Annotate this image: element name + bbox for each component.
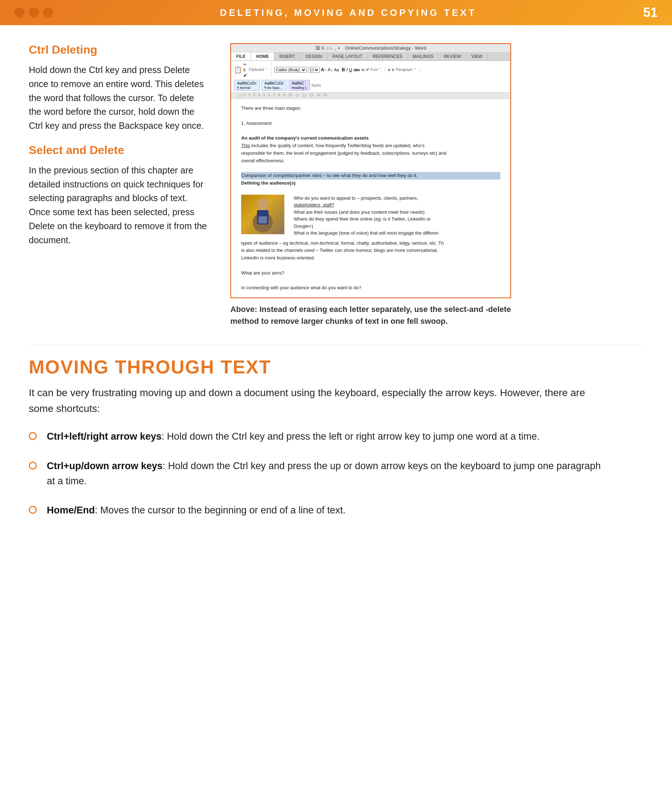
doc-audience-text: Who do you want to appeal to – prospects…: [294, 195, 438, 237]
svg-rect-3: [258, 216, 267, 223]
tab-design[interactable]: DESIGN: [301, 53, 328, 60]
bullet-item-2: Ctrl+up/down arrow keys: Hold down the C…: [29, 459, 643, 489]
word-document-body: There are three main stages: 1. Assessme…: [231, 99, 511, 297]
font-size-select[interactable]: 11: [308, 67, 319, 73]
moving-heading: MOVING THROUGH TEXT: [29, 356, 643, 378]
moving-intro: It can be very frustrating moving up and…: [29, 385, 605, 416]
doc-line-7: types of audience – eg technical, non-te…: [241, 240, 500, 262]
clipboard-label: Clipboard ⌃: [249, 68, 268, 71]
italic-button[interactable]: I: [346, 67, 347, 72]
word-ribbon-tabs: FILE HOME INSERT DESIGN PAGE LAYOUT REFE…: [231, 53, 511, 61]
tab-file[interactable]: FILE: [231, 53, 251, 60]
strikethrough-icon[interactable]: abc: [353, 68, 360, 72]
styles-group: AaBbCcDc¶ Normal AaBbCcDc¶ No Spac... Aa…: [234, 80, 324, 91]
ctrl-deleting-heading: Ctrl Deleting: [29, 43, 209, 56]
bullet-desc-3: : Moves the cursor to the beginning or e…: [95, 505, 346, 516]
bullet-icon-2: [29, 462, 37, 470]
decorative-circles: [14, 8, 53, 18]
chapter-title: DELETING, MOVING AND COPYING TEXT: [220, 7, 477, 18]
select-delete-body: In the previous section of this chapter …: [29, 163, 209, 247]
doc-bold-audience: Defining the audience(s): [241, 179, 500, 187]
subscript-icon[interactable]: x₂: [361, 68, 364, 71]
doc-line-2: [241, 112, 500, 120]
bullet-text-3: Home/End: Moves the cursor to the beginn…: [47, 503, 346, 518]
doc-image-text-block: Who do you want to appeal to – prospects…: [241, 195, 500, 237]
doc-line-4: [241, 127, 500, 134]
doc-line-6: [241, 187, 500, 195]
svg-point-0: [257, 199, 268, 210]
superscript-icon[interactable]: x²: [366, 68, 369, 71]
style-heading1[interactable]: AaBbCHeading 1: [289, 80, 310, 91]
moving-through-text-section: MOVING THROUGH TEXT It can be very frust…: [29, 345, 643, 518]
tab-review[interactable]: REVIEW: [439, 53, 466, 60]
doc-line-8: [241, 262, 500, 269]
bullet-desc-1: : Hold down the Ctrl key and press the l…: [161, 431, 539, 442]
styles-label: Styles: [311, 83, 321, 88]
doc-bold-heading: An audit of the company's current commun…: [241, 134, 500, 164]
doc-connecting: In connecting with your audience what do…: [241, 284, 500, 292]
ctrl-deleting-body: Hold down the Ctrl key and press Delete …: [29, 63, 209, 133]
doc-line-1: There are three main stages:: [241, 105, 500, 112]
bullet-icon-3: [29, 506, 37, 514]
tab-references[interactable]: REFERENCES: [368, 53, 408, 60]
main-content: Ctrl Deleting Hold down the Ctrl key and…: [0, 25, 672, 554]
word-ruler: ⬜ | 1 · 2 · 3 · 4 · 5 · 6 · 7 · 8 · 9 · …: [231, 93, 511, 99]
bold-button[interactable]: B: [342, 67, 345, 72]
doc-aims: What are your aims?: [241, 269, 500, 277]
tab-mailings[interactable]: MAILINGS: [408, 53, 439, 60]
word-screenshot: 🖫 ⎘ ↺ ↻ ⌄ ▪ OnlineCommunicationsStrategy…: [230, 43, 511, 298]
select-delete-heading: Select and Delete: [29, 144, 209, 157]
person-image: [241, 195, 284, 234]
shrink-font-icon[interactable]: A↓: [328, 67, 333, 72]
font-group: Calibri (Body) 11 A↑ A↓ Aa B I U abc x: [274, 67, 385, 73]
style-nospace[interactable]: AaBbCcDc¶ No Spac...: [261, 80, 287, 91]
key-term-1: Ctrl+left/right arrow keys: [47, 431, 161, 442]
quick-access-icons: 🖫 ⎘ ↺ ↻ ⌄ ▪: [315, 45, 340, 51]
style-normal[interactable]: AaBbCcDc¶ Normal: [234, 80, 260, 91]
key-term-2: Ctrl+up/down arrow keys: [47, 460, 163, 471]
grow-font-icon[interactable]: A↑: [321, 67, 326, 72]
bullet-item-1: Ctrl+left/right arrow keys: Hold down th…: [29, 429, 643, 444]
copy-icon[interactable]: ⎘: [243, 68, 247, 72]
tab-insert[interactable]: INSERT: [274, 53, 301, 60]
page-number: 51: [643, 5, 658, 20]
circle-1: [14, 8, 25, 18]
right-screenshot-col: 🖫 ⎘ ↺ ↻ ⌄ ▪ OnlineCommunicationsStrategy…: [230, 43, 643, 327]
circle-3: [43, 8, 53, 18]
aa-icon[interactable]: Aa: [334, 68, 339, 72]
paragraph-group: ≡ ≡ Paragraph ⌃: [388, 67, 420, 72]
section-divider: [29, 345, 643, 345]
tab-pagelayout[interactable]: PAGE LAYOUT: [328, 53, 368, 60]
screenshot-caption: Above: Instead of erasing each letter se…: [230, 303, 511, 327]
caption-label: Above:: [230, 305, 257, 314]
tab-view[interactable]: VIEW: [466, 53, 488, 60]
cut-icon[interactable]: ✂: [243, 62, 247, 67]
clipboard-group: 📋 ✂ ⎘ 🖌 Clipboard ⌃: [234, 62, 271, 77]
top-bar: DELETING, MOVING AND COPYING TEXT 51: [0, 0, 672, 25]
doc-line-5: [241, 164, 500, 172]
key-term-3: Home/End: [47, 505, 95, 516]
doc-line-9: [241, 277, 500, 285]
circle-2: [29, 8, 39, 18]
font-name-select[interactable]: Calibri (Body): [274, 67, 307, 73]
bullet-text-1: Ctrl+left/right arrow keys: Hold down th…: [47, 429, 539, 444]
word-doc-title: OnlineCommunicationsStrategy - Word: [345, 45, 426, 51]
bullet-item-3: Home/End: Moves the cursor to the beginn…: [29, 503, 643, 518]
left-text-col: Ctrl Deleting Hold down the Ctrl key and…: [29, 43, 209, 327]
tab-home[interactable]: HOME: [251, 53, 274, 60]
align-left-icon[interactable]: ≡: [388, 67, 390, 72]
word-toolbar: 📋 ✂ ⎘ 🖌 Clipboard ⌃ Calibri (Body): [231, 61, 511, 93]
align-center-icon[interactable]: ≡: [392, 67, 394, 72]
word-titlebar: 🖫 ⎘ ↺ ↻ ⌄ ▪ OnlineCommunicationsStrategy…: [231, 44, 511, 53]
doc-line-3: 1. Assessment: [241, 120, 500, 127]
underline-button[interactable]: U: [349, 67, 353, 72]
doc-highlighted-line: Comparison of competitor/partner sites –…: [241, 172, 500, 179]
bullet-text-2: Ctrl+up/down arrow keys: Hold down the C…: [47, 459, 605, 489]
format-painter-icon[interactable]: 🖌: [243, 73, 247, 77]
shortcuts-list: Ctrl+left/right arrow keys: Hold down th…: [29, 429, 643, 518]
two-col-layout: Ctrl Deleting Hold down the Ctrl key and…: [29, 43, 643, 327]
paragraph-label: Paragraph ⌃: [396, 68, 416, 71]
paste-icon[interactable]: 📋: [234, 66, 242, 74]
bullet-icon-1: [29, 432, 37, 440]
font-label: Font ⌃: [371, 68, 382, 71]
